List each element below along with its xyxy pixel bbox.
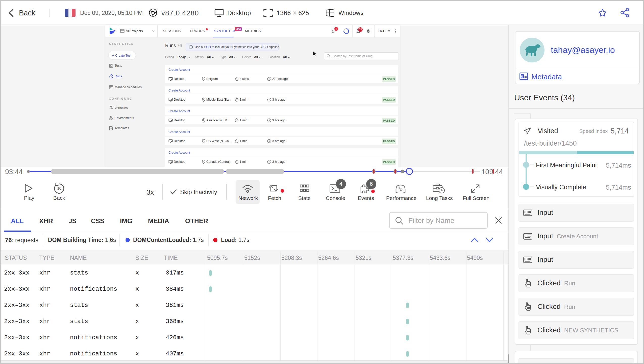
svg-text:10: 10 bbox=[57, 186, 61, 190]
svg-text:</>: </> bbox=[110, 128, 113, 130]
